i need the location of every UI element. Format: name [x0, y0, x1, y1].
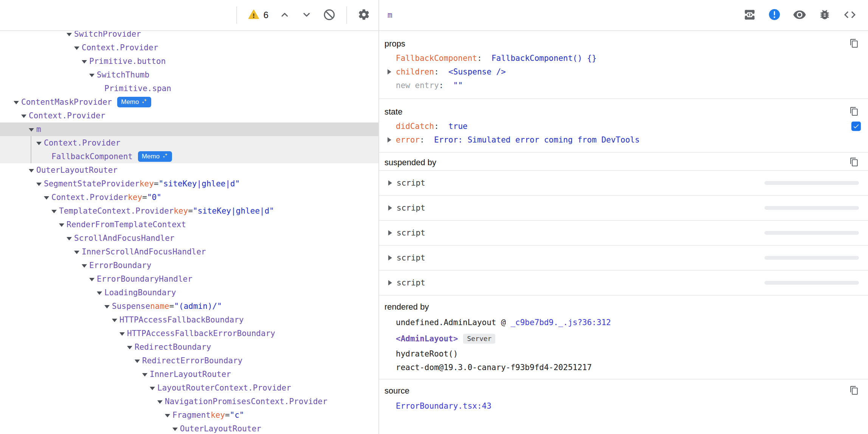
tree-row[interactable]: OuterLayoutRouter — [0, 163, 378, 177]
log-component-button[interactable] — [818, 8, 831, 22]
tree-row[interactable]: HTTPAccessFallbackBoundary — [0, 313, 378, 327]
expand-arrow[interactable] — [172, 427, 180, 431]
inspector-kv-row[interactable]: didCatch: true — [379, 119, 868, 133]
tree-row[interactable]: TemplateContext.Provider key="siteKey|gh… — [0, 204, 378, 218]
copy-suspended-button[interactable] — [849, 157, 859, 168]
expand-arrow[interactable] — [89, 277, 97, 281]
expand-arrow[interactable] — [150, 386, 157, 390]
error-toggle-button[interactable] — [768, 8, 781, 22]
tree-row[interactable]: LoadingBoundary — [0, 286, 378, 299]
expand-caret-icon[interactable] — [388, 230, 392, 236]
kv-value[interactable]: "" — [453, 81, 463, 90]
suspended-by-row[interactable]: script — [379, 220, 868, 245]
tree-row[interactable]: Context.Provider — [0, 109, 378, 122]
clear-errors-button[interactable] — [323, 8, 336, 22]
tree-row[interactable]: SwitchProvider — [0, 31, 378, 41]
next-error-button[interactable] — [301, 9, 312, 22]
tree-row[interactable]: RedirectErrorBoundary — [0, 354, 378, 367]
kv-value[interactable]: Error: Simulated error coming from DevTo… — [434, 135, 640, 144]
source-link[interactable]: ErrorBoundary.tsx:43 — [396, 401, 491, 411]
suspended-by-row[interactable]: script — [379, 270, 868, 295]
tree-row[interactable]: InnerScrollAndFocusHandler — [0, 245, 378, 259]
inspector-kv-row[interactable]: new entry: "" — [379, 79, 868, 92]
tree-row[interactable]: ErrorBoundary — [0, 259, 378, 272]
inspect-dom-button[interactable] — [793, 8, 806, 23]
prev-error-button[interactable] — [279, 9, 290, 22]
suspended-by-row[interactable]: script — [379, 195, 868, 220]
tree-row[interactable]: m — [0, 122, 378, 136]
inspector-kv-row[interactable]: FallbackComponent: FallbackComponent() {… — [379, 51, 868, 65]
copy-source-button[interactable] — [849, 386, 859, 396]
kv-value[interactable]: FallbackComponent() {} — [491, 54, 597, 63]
tree-row[interactable]: ErrorBoundaryHandler — [0, 272, 378, 286]
expand-caret-icon[interactable] — [388, 255, 392, 260]
expand-caret-icon[interactable] — [388, 180, 392, 186]
copy-state-button[interactable] — [849, 107, 859, 117]
tree-row[interactable]: InnerLayoutRouter — [0, 367, 378, 381]
tree-row[interactable]: NavigationPromisesContext.Provider — [0, 395, 378, 408]
inspector-kv-row[interactable]: error: Error: Simulated error coming fro… — [379, 133, 868, 147]
tree-row[interactable]: RenderFromTemplateContext — [0, 218, 378, 231]
expand-arrow[interactable] — [89, 73, 97, 77]
expand-arrow[interactable] — [97, 291, 104, 295]
expand-arrow[interactable] — [142, 372, 150, 377]
kv-value[interactable]: <Suspense /> — [448, 67, 506, 76]
expand-arrow[interactable] — [135, 359, 142, 363]
tree-row[interactable]: ContentMaskProviderMemo — [0, 95, 378, 109]
chevron-down-icon — [142, 373, 147, 377]
expand-arrow[interactable] — [74, 46, 82, 50]
tree-row[interactable]: Context.Provider — [0, 41, 378, 54]
inspector-kv-row[interactable]: children: <Suspense /> — [379, 65, 868, 79]
component-name: ScrollAndFocusHandler — [74, 234, 175, 243]
tree-row[interactable]: LayoutRouterContext.Provider — [0, 381, 378, 395]
expand-arrow[interactable] — [112, 318, 119, 322]
expand-arrow[interactable] — [14, 100, 21, 104]
expand-arrow[interactable] — [21, 114, 29, 118]
suspended-by-row[interactable]: script — [379, 170, 868, 195]
tree-row[interactable]: HTTPAccessFallbackErrorBoundary — [0, 327, 378, 340]
tree-row[interactable]: Fragment key="c" — [0, 408, 378, 422]
stack-frame-link[interactable]: _c9be7bd9._.js?36:312 — [510, 318, 611, 327]
tree-row[interactable]: Context.Provider — [0, 136, 378, 150]
boolean-checkbox[interactable] — [851, 122, 861, 131]
tree-row[interactable]: Context.Provider key="0" — [0, 191, 378, 204]
expand-arrow[interactable] — [104, 304, 112, 308]
component-name: m — [36, 125, 41, 134]
expand-arrow[interactable] — [157, 400, 165, 404]
expand-arrow[interactable] — [51, 209, 59, 213]
tree-row[interactable]: SwitchThumb — [0, 68, 378, 82]
tree-row[interactable]: FallbackComponentMemo — [0, 150, 378, 163]
expand-arrow[interactable] — [29, 127, 36, 132]
copy-props-button[interactable] — [849, 39, 859, 49]
tree-row[interactable]: RedirectBoundary — [0, 340, 378, 354]
expand-arrow[interactable] — [67, 32, 74, 36]
expand-arrow[interactable] — [36, 182, 44, 186]
expand-arrow[interactable] — [165, 413, 172, 417]
suspense-toggle-button[interactable] — [743, 8, 756, 22]
expand-caret-icon[interactable] — [388, 205, 392, 211]
expand-arrow[interactable] — [119, 332, 127, 336]
tree-row[interactable]: Suspense name="(admin)/" — [0, 299, 378, 313]
suspended-by-row[interactable]: script — [379, 245, 868, 270]
tree-row[interactable]: Primitive.span — [0, 82, 378, 95]
expand-caret-icon[interactable] — [388, 69, 391, 74]
expand-arrow[interactable] — [82, 59, 89, 64]
view-source-button[interactable] — [843, 8, 857, 23]
tree-row[interactable]: ScrollAndFocusHandler — [0, 231, 378, 245]
kv-value[interactable]: true — [448, 122, 468, 131]
tree-row[interactable]: SegmentStateProvider key="siteKey|ghlee|… — [0, 177, 378, 191]
expand-arrow[interactable] — [59, 223, 67, 227]
expand-arrow[interactable] — [29, 168, 36, 172]
expand-arrow[interactable] — [127, 345, 135, 349]
expand-arrow[interactable] — [67, 236, 74, 240]
tree-row[interactable]: OuterLayoutRouter — [0, 422, 378, 434]
tree-row[interactable]: Primitive.button — [0, 54, 378, 68]
expand-caret-icon[interactable] — [388, 280, 392, 285]
expand-arrow[interactable] — [82, 264, 89, 268]
expand-arrow[interactable] — [44, 195, 51, 200]
expand-arrow[interactable] — [36, 141, 44, 145]
expand-caret-icon[interactable] — [388, 137, 391, 143]
error-count-button[interactable]: 6 — [248, 9, 268, 22]
settings-button[interactable] — [358, 8, 370, 22]
expand-arrow[interactable] — [74, 250, 82, 254]
